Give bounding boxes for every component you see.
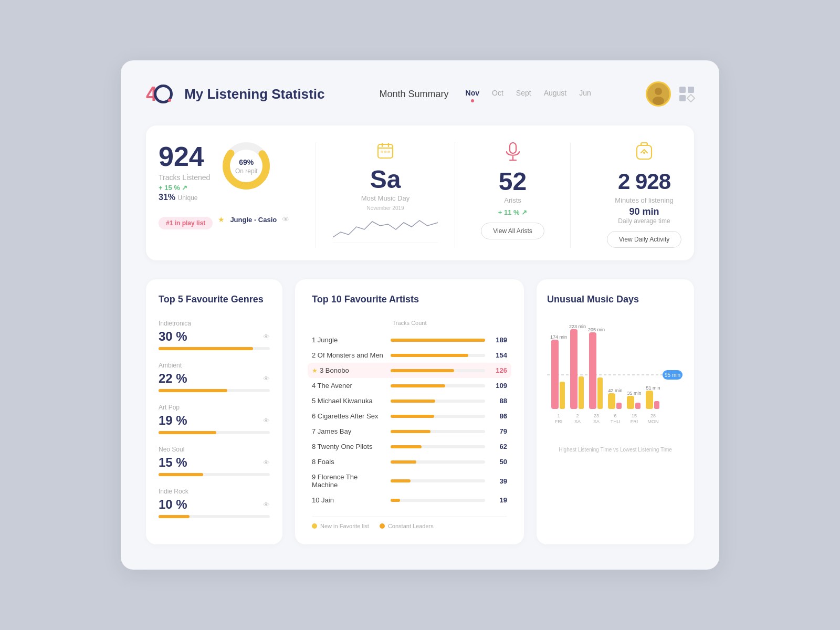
- tracks-count-label: Tracks Count: [312, 320, 507, 326]
- genre-eye-4[interactable]: 👁: [263, 459, 270, 467]
- artists-card: Top 10 Favourite Artists Tracks Count 1 …: [295, 279, 524, 544]
- unusual-bar-chart: 95 min 174 min 1 FRI 223 min 2 SA: [547, 320, 684, 440]
- svg-text:23: 23: [594, 413, 599, 418]
- stat-minutes: 2 928 Minutes of listening 90 min Daily …: [571, 142, 718, 248]
- tab-august[interactable]: August: [544, 89, 567, 99]
- tracks-number: 924: [159, 143, 210, 170]
- svg-rect-11: [384, 151, 387, 153]
- star-icon: ★: [218, 215, 225, 224]
- svg-rect-10: [381, 151, 383, 153]
- music-day-label: Most Music Day: [361, 194, 410, 202]
- svg-rect-36: [579, 376, 584, 409]
- svg-rect-20: [510, 143, 516, 153]
- artist-row: 9 Florence The Machine 39: [312, 469, 507, 492]
- svg-text:28: 28: [650, 413, 656, 418]
- genre-eye-1[interactable]: 👁: [263, 333, 270, 341]
- mic-icon: [506, 142, 520, 165]
- genre-eye-5[interactable]: 👁: [263, 501, 270, 509]
- playlist-tag: #1 in play list: [159, 217, 213, 229]
- svg-point-25: [643, 152, 645, 154]
- tab-jun[interactable]: Jun: [579, 89, 591, 99]
- svg-rect-55: [646, 391, 653, 409]
- genre-item: Indietronica 30 % 👁: [159, 320, 270, 350]
- genres-title: Top 5 Favourite Genres: [159, 294, 270, 305]
- dashboard: 4 My Listening Statistic Month Summary N…: [121, 60, 719, 570]
- svg-rect-24: [641, 143, 647, 145]
- logo: 4: [146, 84, 173, 104]
- genre-eye-3[interactable]: 👁: [263, 417, 270, 425]
- grid-icon-panel: [679, 87, 694, 101]
- view-daily-activity-button[interactable]: View Daily Activity: [607, 231, 681, 248]
- artists-change: + 11 %: [498, 208, 527, 216]
- svg-rect-50: [627, 396, 634, 409]
- svg-text:FRI: FRI: [555, 419, 563, 424]
- mini-chart: November 2019 2 Sut 23 Sut 180 120 60 0: [329, 202, 442, 245]
- unique-pct: 31%: [159, 193, 175, 202]
- svg-text:SA: SA: [574, 419, 581, 424]
- on-repit-label: On repit: [235, 167, 258, 175]
- svg-point-1: [655, 88, 662, 95]
- legend-new: New in Favorite list: [312, 523, 369, 529]
- legend-dot-orange: [380, 523, 385, 529]
- svg-rect-56: [654, 401, 659, 409]
- calendar-icon: [377, 142, 394, 163]
- artist-row: 7 James Bay 79: [312, 424, 507, 439]
- svg-rect-30: [551, 340, 559, 409]
- svg-rect-41: [597, 377, 603, 409]
- svg-rect-35: [570, 329, 578, 409]
- genre-item: Neo Soul 15 % 👁: [159, 446, 270, 476]
- svg-text:1: 1: [557, 413, 560, 418]
- view-all-artists-button[interactable]: View All Arists: [481, 223, 544, 239]
- svg-rect-40: [589, 332, 596, 409]
- tracks-change: + 15 %: [159, 184, 210, 192]
- svg-text:223 min: 223 min: [569, 324, 586, 329]
- artist-row: 2 Of Monsters and Men 154: [312, 348, 507, 363]
- header-center: Month Summary Nov Oct Sept August Jun: [324, 89, 646, 100]
- genre-item: Ambient 22 % 👁: [159, 362, 270, 392]
- minutes-label: Minutes of listening: [615, 196, 673, 204]
- month-tabs: Nov Oct Sept August Jun: [466, 89, 591, 99]
- avg-time: 90 min: [629, 206, 659, 217]
- tracks-label: Tracks Listened: [159, 173, 210, 182]
- unusual-footer: Highest Listening Time vs Lowest Listeni…: [547, 447, 684, 453]
- svg-rect-12: [387, 151, 390, 153]
- artist-row: 4 The Avener 109: [312, 378, 507, 393]
- svg-text:205 min: 205 min: [588, 327, 605, 332]
- artist-row-highlighted: ★3 Bonobo 126: [308, 363, 511, 378]
- svg-rect-45: [608, 393, 615, 409]
- tab-nov[interactable]: Nov: [466, 89, 479, 99]
- eye-icon[interactable]: 👁: [282, 215, 289, 224]
- unusual-title: Unusual Music Days: [547, 294, 684, 305]
- svg-rect-31: [560, 382, 565, 409]
- genre-item: Indie Rock 10 % 👁: [159, 488, 270, 518]
- legend-dot-yellow: [312, 523, 317, 529]
- minutes-number: 2 928: [618, 169, 670, 194]
- svg-text:42 min: 42 min: [608, 388, 622, 393]
- artists-title: Top 10 Favourite Artists: [312, 294, 507, 305]
- tab-oct[interactable]: Oct: [492, 89, 503, 99]
- artist-row: 1 Jungle 189: [312, 332, 507, 348]
- svg-text:51 min: 51 min: [646, 385, 660, 391]
- on-repit-pct: 69%: [239, 158, 254, 166]
- svg-text:THU: THU: [611, 419, 621, 424]
- avatar: [646, 81, 671, 107]
- artist-row: 5 Michael Kiwanuka 88: [312, 393, 507, 408]
- tab-sept[interactable]: Sept: [516, 89, 531, 99]
- svg-text:6: 6: [614, 413, 616, 418]
- svg-rect-51: [635, 403, 640, 409]
- svg-text:MON: MON: [648, 419, 659, 424]
- svg-text:15: 15: [632, 413, 637, 418]
- artist-row: 8 Twenty One Pilots 62: [312, 439, 507, 454]
- svg-point-2: [653, 97, 664, 105]
- svg-rect-46: [616, 403, 622, 409]
- svg-text:SA: SA: [593, 419, 600, 424]
- artist-row: 6 Cigarettes After Sex 86: [312, 408, 507, 424]
- artist-row: 8 Foals 50: [312, 454, 507, 469]
- svg-text:2: 2: [576, 413, 579, 418]
- stat-tracks: 924 Tracks Listened + 15 % 69% On repit: [159, 142, 316, 248]
- music-day-value: Sa: [370, 167, 401, 192]
- line-chart: 2 Sut 23 Sut 180 120 60 0: [333, 211, 438, 243]
- month-summary-title: Month Summary: [380, 89, 449, 100]
- song-name: Jungle - Casio: [230, 216, 277, 224]
- genre-eye-2[interactable]: 👁: [263, 375, 270, 383]
